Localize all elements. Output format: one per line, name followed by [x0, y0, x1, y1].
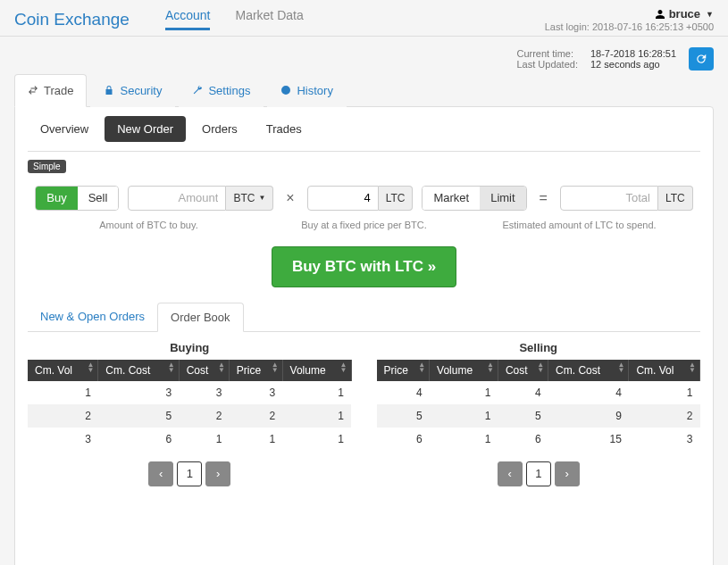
selling-title: Selling [377, 341, 701, 354]
amount-help: Amount of BTC to buy. [46, 220, 252, 230]
page-prev[interactable]: ‹ [498, 461, 523, 486]
limit-button[interactable]: Limit [480, 187, 525, 210]
subnav-new-order[interactable]: New Order [105, 116, 186, 142]
col-cost[interactable]: Cost▲▼ [498, 360, 548, 381]
last-login-text: Last login: 2018-07-16 16:25:13 +0500 [545, 21, 714, 32]
multiply-symbol: × [282, 190, 297, 206]
username-label: bruce [669, 7, 700, 21]
amount-input[interactable] [128, 186, 226, 211]
current-time-value: 18-7-2018 16:28:51 [590, 48, 676, 59]
submit-order-button[interactable]: Buy BTC with LTC » [272, 246, 456, 287]
tab-trade-label: Trade [44, 84, 73, 97]
col-volume[interactable]: Volume▲▼ [430, 360, 498, 381]
lock-icon [104, 85, 114, 96]
tab-settings-label: Settings [208, 84, 250, 97]
col-cost[interactable]: Cost▲▼ [179, 360, 229, 381]
tab-settings[interactable]: Settings [179, 74, 264, 107]
price-help: Buy at a fixed price per BTC. [261, 220, 467, 230]
table-row[interactable]: 51592 [377, 404, 700, 428]
equals-symbol: = [536, 190, 551, 206]
col-cm-cost[interactable]: Cm. Cost▲▼ [548, 360, 629, 381]
subnav-trades[interactable]: Trades [254, 116, 314, 142]
sell-button[interactable]: Sell [78, 187, 119, 210]
buy-button[interactable]: Buy [36, 187, 77, 210]
table-row[interactable]: 41441 [377, 381, 700, 404]
tab-trade[interactable]: Trade [14, 74, 87, 107]
selling-book: Selling Price▲▼ Volume▲▼ Cost▲▼ Cm. Cost… [377, 341, 701, 486]
buying-title: Buying [28, 341, 352, 354]
market-button[interactable]: Market [423, 187, 480, 210]
page-number[interactable]: 1 [526, 461, 551, 486]
page-next[interactable]: › [555, 461, 580, 486]
col-cm-vol[interactable]: Cm. Vol▲▼ [28, 360, 98, 381]
nav-market-data[interactable]: Market Data [235, 8, 303, 30]
page-next[interactable]: › [205, 461, 230, 486]
wrench-icon [192, 85, 203, 96]
col-cm-vol[interactable]: Cm. Vol▲▼ [629, 360, 700, 381]
last-updated-label: Last Updated: [516, 59, 578, 70]
tab-security-label: Security [120, 84, 162, 97]
buy-sell-toggle[interactable]: Buy Sell [35, 186, 119, 211]
col-price[interactable]: Price▲▼ [229, 360, 282, 381]
tab-order-book[interactable]: Order Book [157, 303, 243, 332]
col-volume[interactable]: Volume▲▼ [282, 360, 351, 381]
col-cm-cost[interactable]: Cm. Cost▲▼ [98, 360, 179, 381]
exchange-icon [28, 85, 38, 96]
page-prev[interactable]: ‹ [148, 461, 173, 486]
refresh-button[interactable] [689, 47, 714, 71]
clock-icon [280, 85, 291, 96]
price-input[interactable] [307, 186, 379, 211]
table-row[interactable]: 616153 [377, 428, 700, 451]
subnav-orders[interactable]: Orders [189, 116, 250, 142]
tab-security[interactable]: Security [90, 74, 175, 107]
table-row[interactable]: 36111 [28, 428, 351, 451]
caret-down-icon: ▼ [706, 10, 714, 19]
user-icon [655, 9, 665, 20]
total-unit-label: LTC [658, 186, 693, 211]
page-number[interactable]: 1 [177, 461, 202, 486]
caret-down-icon: ▼ [258, 194, 265, 202]
total-input[interactable] [560, 186, 658, 211]
user-menu[interactable]: bruce ▼ [655, 7, 714, 21]
table-row[interactable]: 25221 [28, 404, 351, 428]
buying-book: Buying Cm. Vol▲▼ Cm. Cost▲▼ Cost▲▼ Price… [28, 341, 352, 486]
tab-open-orders[interactable]: New & Open Orders [28, 303, 157, 332]
amount-unit-label: BTC [233, 192, 255, 204]
mode-badge[interactable]: Simple [28, 160, 66, 173]
refresh-icon [695, 53, 707, 65]
amount-unit-select[interactable]: BTC ▼ [226, 186, 273, 211]
last-updated-value: 12 seconds ago [590, 59, 660, 70]
market-limit-toggle[interactable]: Market Limit [422, 186, 526, 211]
brand-logo[interactable]: Coin Exchange [14, 10, 130, 29]
current-time-label: Current time: [516, 48, 573, 59]
tab-history-label: History [297, 84, 332, 97]
table-row[interactable]: 13331 [28, 381, 351, 404]
nav-account[interactable]: Account [165, 8, 211, 30]
tab-history[interactable]: History [267, 74, 346, 107]
subnav-overview[interactable]: Overview [28, 116, 101, 142]
price-unit-label: LTC [379, 186, 414, 211]
col-price[interactable]: Price▲▼ [377, 360, 430, 381]
total-help: Estimated amount of LTC to spend. [476, 220, 682, 230]
